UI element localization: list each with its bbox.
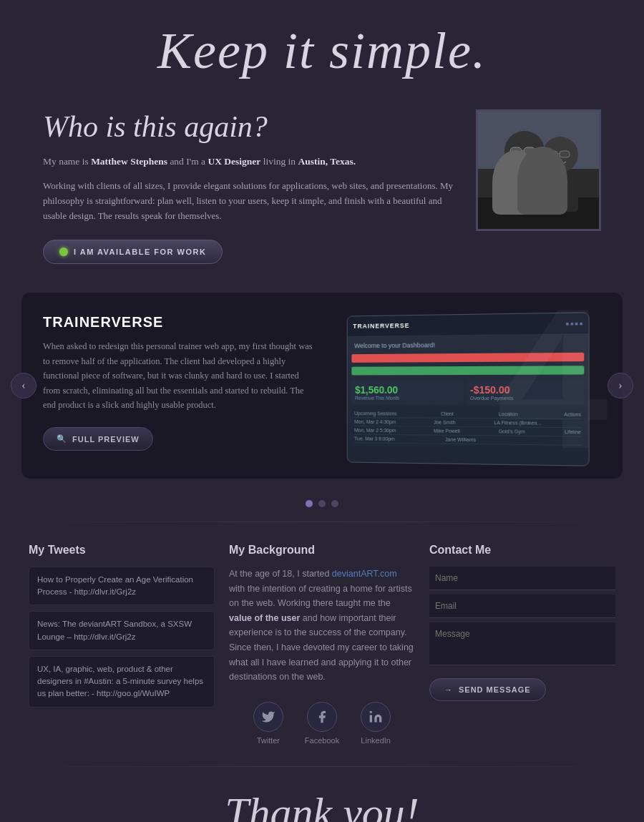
- svg-rect-9: [547, 151, 557, 157]
- portfolio-dots: [0, 500, 644, 507]
- available-btn-label: I AM AVAILABLE FOR WORK: [74, 248, 206, 256]
- profile-photo: [476, 109, 601, 231]
- portfolio-title: TRAINERVERSE: [43, 314, 315, 331]
- portfolio-nav-right-button[interactable]: ›: [608, 373, 633, 398]
- send-icon: →: [444, 685, 453, 694]
- logo-part1: TRAINER: [353, 322, 385, 329]
- stat2-amount: -$150.00: [470, 384, 580, 396]
- dashboard-logo: TRAINERVERSE: [353, 322, 409, 330]
- twitter-social[interactable]: Twitter: [253, 702, 283, 745]
- search-icon: 🔍: [57, 434, 67, 444]
- linkedin-social[interactable]: LinkedIn: [361, 702, 391, 745]
- bg-bold: value of the user: [229, 613, 300, 623]
- stat1-label: Revenue This Month: [355, 396, 460, 401]
- about-role: UX Designer: [208, 156, 260, 167]
- full-preview-button[interactable]: 🔍 FULL PREVIEW: [43, 427, 153, 451]
- facebook-label: Facebook: [305, 736, 339, 745]
- three-columns: My Tweets How to Properly Create an Age …: [0, 522, 644, 766]
- contact-heading: Contact Me: [429, 544, 615, 557]
- dashboard-header: TRAINERVERSE ■ ■ ■ ■: [348, 313, 589, 336]
- svg-point-13: [370, 711, 372, 713]
- about-intro-end: living in: [260, 156, 298, 167]
- header: Keep it simple.: [0, 0, 644, 95]
- stat2-label: Overdue Payments: [470, 396, 580, 401]
- dashboard-alert2: [351, 366, 584, 375]
- portfolio-content: TRAINERVERSE When asked to redesign this…: [43, 314, 315, 451]
- svg-rect-10: [560, 151, 570, 157]
- deviantart-link[interactable]: deviantART.com: [332, 569, 397, 579]
- svg-rect-12: [542, 172, 578, 212]
- tweet-item-3: UX, IA, graphic, web, product & other de…: [29, 656, 215, 708]
- dashboard-stat1: $1,560.00 Revenue This Month: [351, 381, 464, 404]
- send-message-button[interactable]: → SEND MESSAGE: [429, 678, 546, 701]
- about-intro-mid: and I'm a: [167, 156, 208, 167]
- tweet-item-1: How to Properly Create an Age Verificati…: [29, 567, 215, 606]
- twitter-label: Twitter: [257, 736, 280, 745]
- svg-rect-2: [478, 197, 599, 229]
- dashboard-welcome: Welcome to your Dashboard!: [351, 338, 584, 351]
- dot-3[interactable]: [331, 500, 338, 507]
- bg-text-end: and how important their experience is to…: [229, 613, 414, 682]
- portfolio-nav-left-button[interactable]: ‹: [11, 373, 36, 398]
- dashboard-body: Welcome to your Dashboard! $1,560.00 Rev…: [348, 333, 589, 453]
- contact-column: Contact Me → SEND MESSAGE: [429, 544, 615, 701]
- dashboard-stat2: -$150.00 Overdue Payments: [467, 381, 584, 405]
- about-left: Who is this again? My name is Matthew St…: [43, 109, 476, 264]
- dot-1[interactable]: [306, 500, 313, 507]
- about-intro: My name is Matthew Stephens and I'm a UX…: [43, 154, 454, 170]
- bg-text-after: with the intention of creating a home fo…: [229, 584, 412, 609]
- about-intro-text: My name is: [43, 156, 91, 167]
- photo-svg: [478, 112, 599, 229]
- photo-placeholder: [478, 112, 599, 229]
- svg-rect-5: [524, 147, 535, 155]
- dashboard-mockup: TRAINERVERSE ■ ■ ■ ■ Welcome to your Das…: [347, 312, 590, 466]
- about-heading: Who is this again?: [43, 109, 454, 144]
- header-title: Keep it simple.: [14, 21, 630, 81]
- background-column: My Background At the age of 18, I starte…: [229, 544, 415, 745]
- available-dot-icon: [59, 248, 68, 256]
- linkedin-icon: [361, 702, 391, 732]
- logo-part2: VERSE: [385, 322, 409, 329]
- contact-message-input[interactable]: [429, 622, 615, 665]
- dashboard-table: Upcoming SessionsClientLocationActions M…: [351, 406, 584, 449]
- background-text: At the age of 18, I started deviantART.c…: [229, 567, 415, 685]
- tweets-heading: My Tweets: [29, 544, 215, 557]
- contact-name-input[interactable]: [429, 567, 615, 590]
- portfolio-section: ‹ TRAINERVERSE When asked to redesign th…: [21, 293, 623, 479]
- contact-email-input[interactable]: [429, 595, 615, 618]
- about-location: Austin, Texas.: [298, 156, 356, 167]
- portfolio-screenshot: TRAINERVERSE ■ ■ ■ ■ Welcome to your Das…: [329, 314, 601, 464]
- contact-form: → SEND MESSAGE: [429, 567, 615, 701]
- svg-rect-4: [510, 147, 522, 155]
- bg-text-before: At the age of 18, I started: [229, 569, 332, 579]
- facebook-social[interactable]: Facebook: [305, 702, 339, 745]
- linkedin-label: LinkedIn: [361, 736, 391, 745]
- tweet-item-2: News: The deviantART Sandbox, a SXSW Lou…: [29, 611, 215, 650]
- twitter-icon: [253, 702, 283, 732]
- tweets-column: My Tweets How to Properly Create an Age …: [29, 544, 215, 713]
- facebook-icon: [307, 702, 337, 732]
- send-btn-label: SEND MESSAGE: [459, 685, 531, 694]
- svg-rect-7: [507, 171, 542, 214]
- about-name: Matthew Stephens: [91, 156, 167, 167]
- social-icons: Twitter Facebook LinkedIn: [229, 702, 415, 745]
- tweet-text-1: How to Properly Create an Age Verificati…: [37, 575, 193, 596]
- dashboard-alert1: [351, 353, 584, 363]
- tweet-text-2: News: The deviantART Sandbox, a SXSW Lou…: [37, 620, 192, 640]
- tweet-text-3: UX, IA, graphic, web, product & other de…: [37, 665, 203, 698]
- portfolio-description: When asked to redesign this personal tra…: [43, 339, 315, 413]
- preview-btn-label: FULL PREVIEW: [72, 435, 140, 444]
- background-heading: My Background: [229, 544, 415, 557]
- table-row: Tue, Mar 3 6:00pmJane Williams: [354, 434, 581, 445]
- dot-2[interactable]: [318, 500, 326, 507]
- footer-text: Thank you!: [14, 788, 630, 822]
- available-for-work-button[interactable]: I AM AVAILABLE FOR WORK: [43, 240, 223, 264]
- footer: Thank you!: [0, 767, 644, 822]
- about-description: Working with clients of all sizes, I pro…: [43, 178, 454, 224]
- about-section: Who is this again? My name is Matthew St…: [0, 95, 644, 285]
- stat1-amount: $1,560.00: [355, 384, 460, 396]
